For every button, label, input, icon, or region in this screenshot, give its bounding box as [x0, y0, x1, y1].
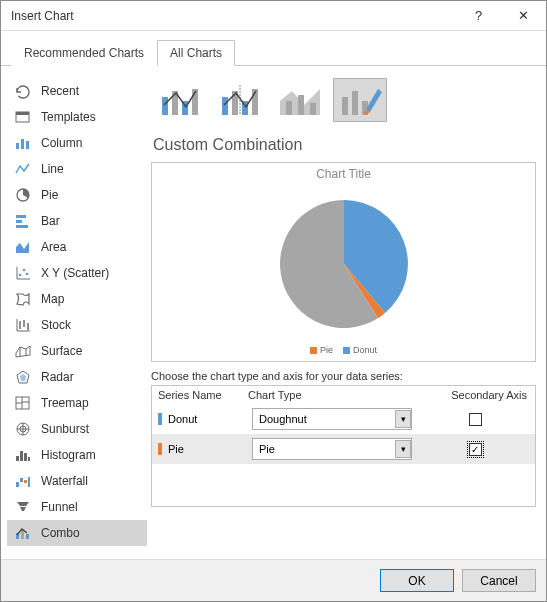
chart-preview-title: Chart Title [316, 167, 371, 181]
templates-icon [13, 108, 33, 126]
secondary-axis-checkbox-pie[interactable]: ✓ [469, 443, 482, 456]
sidebar-item-line[interactable]: Line [7, 156, 147, 182]
combo-subtype-3[interactable] [273, 78, 327, 122]
sidebar-item-label: Recent [41, 84, 79, 98]
series-row-pie[interactable]: Pie Pie ▾ ✓ [152, 434, 535, 464]
sidebar-item-label: Bar [41, 214, 60, 228]
svg-rect-57 [310, 103, 316, 115]
svg-rect-38 [24, 480, 27, 483]
combo-icon [13, 524, 33, 542]
sidebar-item-label: Area [41, 240, 66, 254]
combo-subtype-custom[interactable] [333, 78, 387, 122]
sidebar-item-combo[interactable]: Combo [7, 520, 147, 546]
svg-point-12 [19, 274, 22, 277]
stacked-area-column-icon [278, 83, 322, 117]
map-icon [13, 290, 33, 308]
svg-rect-6 [16, 215, 26, 218]
main-panel: Custom Combination Chart Title Pie Donut [151, 78, 536, 559]
waterfall-icon [13, 472, 33, 490]
sidebar-item-column[interactable]: Column [7, 130, 147, 156]
chart-type-value: Pie [259, 443, 275, 455]
window-title: Insert Chart [11, 9, 456, 23]
sidebar-item-templates[interactable]: Templates [7, 104, 147, 130]
series-swatch-icon [158, 443, 162, 455]
sidebar-item-label: Column [41, 136, 82, 150]
tab-all-charts[interactable]: All Charts [157, 40, 235, 66]
scatter-icon [13, 264, 33, 282]
svg-rect-7 [16, 220, 22, 223]
sidebar-item-map[interactable]: Map [7, 286, 147, 312]
sidebar-item-label: Stock [41, 318, 71, 332]
series-header-axis: Secondary Axis [413, 389, 529, 401]
sidebar-item-label: Combo [41, 526, 80, 540]
secondary-axis-checkbox-donut[interactable] [469, 413, 482, 426]
sidebar-item-bar[interactable]: Bar [7, 208, 147, 234]
chevron-down-icon: ▾ [395, 410, 411, 428]
svg-marker-61 [366, 89, 382, 112]
ok-button[interactable]: OK [380, 569, 454, 592]
sidebar-item-surface[interactable]: Surface [7, 338, 147, 364]
legend-pie: Pie [320, 345, 333, 355]
sidebar-item-stock[interactable]: Stock [7, 312, 147, 338]
titlebar: Insert Chart ? ✕ [1, 1, 546, 31]
bar-icon [13, 212, 33, 230]
svg-point-13 [23, 269, 26, 272]
surface-icon [13, 342, 33, 360]
chart-type-select-donut[interactable]: Doughnut ▾ [252, 408, 412, 430]
svg-rect-4 [26, 141, 29, 149]
svg-rect-45 [162, 97, 168, 115]
sidebar-item-label: Histogram [41, 448, 96, 462]
tab-recommended[interactable]: Recommended Charts [11, 40, 157, 66]
sidebar-item-scatter[interactable]: X Y (Scatter) [7, 260, 147, 286]
cancel-button[interactable]: Cancel [462, 569, 536, 592]
sidebar-item-funnel[interactable]: Funnel [7, 494, 147, 520]
close-button[interactable]: ✕ [501, 1, 546, 30]
sidebar-item-histogram[interactable]: Histogram [7, 442, 147, 468]
combo-subtitle: Custom Combination [153, 136, 536, 154]
choose-series-label: Choose the chart type and axis for your … [151, 370, 536, 382]
area-icon [13, 238, 33, 256]
svg-rect-56 [298, 95, 304, 115]
chart-category-sidebar: RecentTemplatesColumnLinePieBarAreaX Y (… [7, 78, 147, 559]
series-header-type: Chart Type [248, 389, 413, 401]
svg-marker-40 [17, 502, 29, 506]
sidebar-item-label: Sunburst [41, 422, 89, 436]
svg-rect-8 [16, 225, 28, 228]
sidebar-item-treemap[interactable]: Treemap [7, 390, 147, 416]
sidebar-item-area[interactable]: Area [7, 234, 147, 260]
svg-rect-44 [26, 534, 29, 539]
help-button[interactable]: ? [456, 1, 501, 30]
combo-subtype-2[interactable] [213, 78, 267, 122]
sidebar-item-radar[interactable]: Radar [7, 364, 147, 390]
svg-marker-41 [20, 507, 26, 511]
chart-type-value: Doughnut [259, 413, 307, 425]
treemap-icon [13, 394, 33, 412]
tab-strip: Recommended Charts All Charts [1, 31, 546, 66]
sidebar-item-label: Radar [41, 370, 74, 384]
clustered-column-line-secondary-icon [218, 83, 262, 117]
svg-rect-1 [16, 112, 29, 115]
combo-subtype-1[interactable] [153, 78, 207, 122]
sidebar-item-label: Line [41, 162, 64, 176]
chart-preview: Chart Title Pie Donut [151, 162, 536, 362]
histogram-icon [13, 446, 33, 464]
sidebar-item-label: Funnel [41, 500, 78, 514]
sidebar-item-sunburst[interactable]: Sunburst [7, 416, 147, 442]
sidebar-item-label: Templates [41, 110, 96, 124]
legend-donut: Donut [353, 345, 377, 355]
svg-point-14 [26, 273, 29, 276]
series-row-donut[interactable]: Donut Doughnut ▾ [152, 404, 535, 434]
sidebar-item-pie[interactable]: Pie [7, 182, 147, 208]
radar-icon [13, 368, 33, 386]
sidebar-item-waterfall[interactable]: Waterfall [7, 468, 147, 494]
svg-rect-58 [342, 97, 348, 115]
funnel-icon [13, 498, 33, 516]
sidebar-item-label: Surface [41, 344, 82, 358]
series-table: Series Name Chart Type Secondary Axis Do… [151, 385, 536, 507]
svg-marker-23 [20, 374, 26, 381]
chart-type-select-pie[interactable]: Pie ▾ [252, 438, 412, 460]
sidebar-item-recent[interactable]: Recent [7, 78, 147, 104]
sunburst-icon [13, 420, 33, 438]
svg-rect-34 [24, 453, 27, 461]
svg-rect-49 [222, 97, 228, 115]
